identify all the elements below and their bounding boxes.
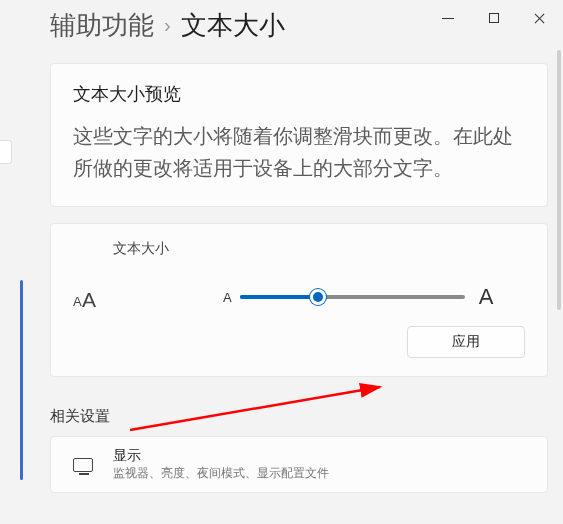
breadcrumb: 辅助功能 › 文本大小 [50, 8, 548, 43]
slider-min-label: A [223, 290, 232, 305]
apply-button[interactable]: 应用 [407, 326, 525, 358]
slider-max-label: A [479, 284, 494, 310]
slider-label: 文本大小 [73, 240, 525, 258]
text-size-slider-card: 文本大小 AA A A 应用 [50, 223, 548, 377]
slider-thumb[interactable] [310, 289, 326, 305]
related-item-subtitle: 监视器、亮度、夜间模式、显示配置文件 [113, 465, 329, 482]
text-size-preview-card: 文本大小预览 这些文字的大小将随着你调整滑块而更改。在此处所做的更改将适用于设备… [50, 63, 548, 207]
preview-heading: 文本大小预览 [73, 82, 525, 106]
preview-body-text: 这些文字的大小将随着你调整滑块而更改。在此处所做的更改将适用于设备上的大部分文字… [73, 120, 525, 184]
page-title: 文本大小 [181, 8, 285, 43]
related-settings-heading: 相关设置 [50, 407, 548, 426]
related-display-item[interactable]: 显示 监视器、亮度、夜间模式、显示配置文件 [50, 436, 548, 493]
breadcrumb-parent[interactable]: 辅助功能 [50, 8, 154, 43]
text-size-icon: AA [73, 285, 113, 309]
chevron-right-icon: › [164, 14, 171, 37]
related-item-title: 显示 [113, 447, 329, 465]
text-size-slider[interactable] [240, 287, 465, 307]
monitor-icon [73, 458, 93, 472]
